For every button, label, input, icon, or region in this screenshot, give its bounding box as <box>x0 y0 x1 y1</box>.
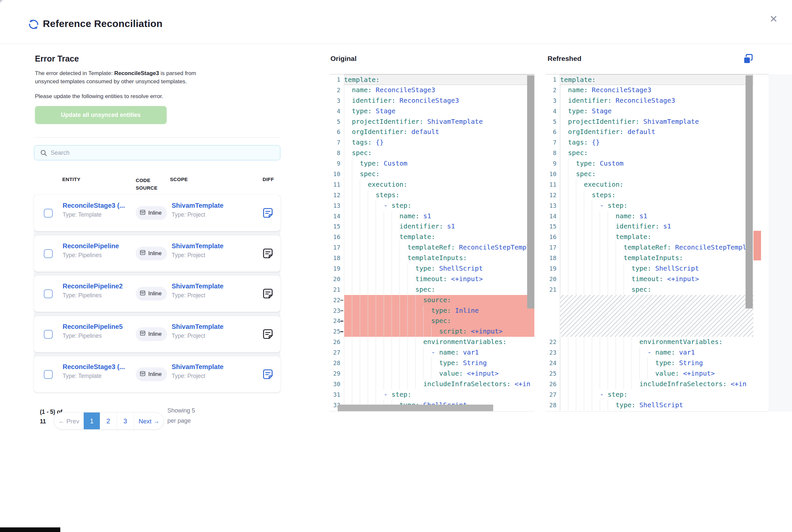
code-line: 28type: ShellScript <box>546 400 769 411</box>
entity-name-link[interactable]: ReconcileStage3 (... <box>62 202 125 209</box>
page-button-2[interactable]: 2 <box>100 413 117 430</box>
page-button-1[interactable]: 1 <box>84 413 100 430</box>
yaml-value: default <box>407 127 439 137</box>
diff-note-icon[interactable] <box>262 288 274 300</box>
indent-guides <box>560 127 568 137</box>
yaml-value: Inline <box>451 305 479 316</box>
indent-guides <box>344 284 416 295</box>
yaml-key: spec: <box>631 284 651 295</box>
refreshed-vertical-scrollbar[interactable] <box>745 75 753 308</box>
original-code-editor[interactable]: 1template:2name: ReconcileStage33identif… <box>329 74 534 412</box>
yaml-key: name: <box>616 211 636 222</box>
line-number: 18 <box>329 253 344 263</box>
code-line: 10spec: <box>546 169 769 179</box>
yaml-key: step: <box>391 201 411 211</box>
yaml-key: value: <box>439 368 463 379</box>
code-line: 13- step: <box>546 201 769 211</box>
code-line-content: tags: {} <box>560 137 753 148</box>
code-line-content: templateInputs: <box>344 253 534 263</box>
search-icon <box>40 150 48 157</box>
scope-type-label: Type: Project <box>172 252 205 259</box>
entity-name-link[interactable]: ReconcilePipeline <box>62 242 119 250</box>
yaml-value: ReconcileStage3 <box>396 95 459 106</box>
indent-guides <box>560 358 655 368</box>
code-line-content: templateRef: ReconcileStepTempl <box>344 242 534 253</box>
code-line-content: type: Stage <box>344 106 534 116</box>
entity-name-link[interactable]: ReconcileStage3 (... <box>62 363 125 371</box>
indent-guides <box>560 400 616 411</box>
yaml-key: steps: <box>375 190 399 201</box>
indent-guides <box>560 337 640 347</box>
yaml-value: ReconcileStage3 <box>372 85 435 95</box>
inline-storage-icon <box>140 209 146 217</box>
code-line: 5projectIdentifier: ShivamTemplate <box>546 116 769 127</box>
indent-guides <box>560 106 568 116</box>
entity-name-link[interactable]: ReconcilePipeline2 <box>62 283 123 290</box>
yaml-key: execution: <box>584 179 623 190</box>
scope-name-link[interactable]: ShivamTemplate <box>172 202 223 209</box>
yaml-dash: - <box>384 201 391 211</box>
diff-note-icon[interactable] <box>262 368 274 380</box>
diff-note-icon[interactable] <box>262 248 274 260</box>
line-number: 26 <box>329 337 344 347</box>
row-checkbox[interactable] <box>44 209 53 217</box>
code-line-content: identifier: ReconcileStage3 <box>560 95 753 106</box>
next-page-button[interactable]: Next → <box>134 413 164 430</box>
row-checkbox[interactable] <box>44 370 53 379</box>
code-line-content: - step: <box>560 201 753 211</box>
diff-change-dash <box>340 331 343 332</box>
refreshed-code-editor[interactable]: 1template:2name: ReconcileStage33identif… <box>546 74 769 412</box>
yaml-key: type: <box>576 158 596 169</box>
row-checkbox[interactable] <box>44 249 53 258</box>
yaml-value: <+input> <box>679 368 715 379</box>
code-line: 27- step: <box>546 390 769 400</box>
error-note: Please update the following entities to … <box>35 93 206 100</box>
modal-header: Reference Reconciliation ✕ <box>0 0 792 44</box>
code-line: 17templateRef: ReconcileStepTempl <box>546 242 769 253</box>
search-input[interactable] <box>50 147 275 159</box>
line-number: 14 <box>546 211 560 222</box>
code-line-content: type: ShellScript <box>560 400 753 411</box>
yaml-key: identifier: <box>616 221 659 232</box>
code-line-content: steps: <box>560 190 753 201</box>
error-description-pre: The error detected in Template: <box>35 70 114 76</box>
page-button-3[interactable]: 3 <box>117 413 134 430</box>
code-source-badge-label: Inline <box>148 290 162 297</box>
original-horizontal-scrollbar[interactable] <box>338 404 493 411</box>
code-line: 26environmentVariables: <box>329 337 534 347</box>
indent-guides <box>560 221 616 232</box>
scope-name-link[interactable]: ShivamTemplate <box>172 242 223 250</box>
indent-guides <box>344 211 400 222</box>
update-all-unsynced-button[interactable]: Update all unsynced entities <box>35 106 167 124</box>
diff-note-icon[interactable] <box>262 328 274 340</box>
yaml-key: projectIdentifier: <box>352 116 423 127</box>
scope-name-link[interactable]: ShivamTemplate <box>172 283 223 290</box>
indent-guides <box>344 148 352 158</box>
indent-guides <box>560 95 568 106</box>
code-line-content: spec: <box>344 148 534 158</box>
diff-note-icon[interactable] <box>262 207 274 219</box>
code-line: 24type: String <box>546 358 769 368</box>
row-checkbox[interactable] <box>44 330 53 339</box>
code-line: 1template: <box>546 74 769 85</box>
column-header-code-source: CODE SOURCE <box>136 176 165 192</box>
line-number: 27 <box>546 390 560 400</box>
yaml-value: <+in <box>511 379 530 390</box>
prev-page-button[interactable]: ← Prev <box>54 413 84 430</box>
row-checkbox[interactable] <box>44 289 53 298</box>
yaml-key: spec: <box>568 148 588 158</box>
yaml-value: <+input> <box>663 274 699 284</box>
original-vertical-scrollbar[interactable] <box>527 75 534 308</box>
yaml-value: ShellScript <box>435 263 483 274</box>
code-line: 20timeout: <+input> <box>546 274 769 284</box>
yaml-key: script: <box>439 326 467 337</box>
code-line-content: type: ShellScript <box>560 263 753 274</box>
indent-guides <box>560 274 631 284</box>
reconcile-refresh-icon <box>28 18 39 30</box>
scope-name-link[interactable]: ShivamTemplate <box>172 323 223 330</box>
indent-guides <box>560 368 655 379</box>
scope-name-link[interactable]: ShivamTemplate <box>172 363 223 371</box>
entity-name-link[interactable]: ReconcilePipeline5 <box>62 323 123 330</box>
copy-icon[interactable] <box>742 53 754 64</box>
close-icon[interactable]: ✕ <box>767 13 780 26</box>
